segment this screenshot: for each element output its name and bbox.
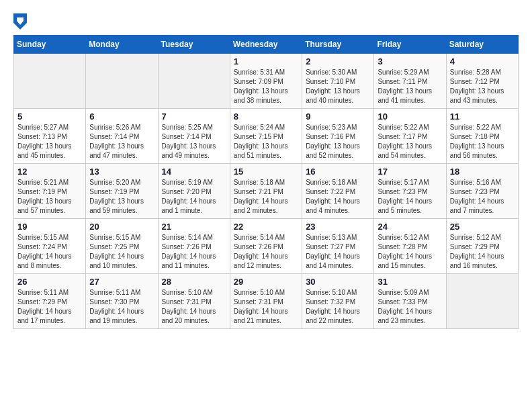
calendar-cell: 10Sunrise: 5:22 AM Sunset: 7:17 PM Dayli… (374, 109, 446, 164)
calendar-week-3: 12Sunrise: 5:21 AM Sunset: 7:19 PM Dayli… (14, 164, 519, 219)
day-number: 4 (450, 56, 515, 66)
day-number: 15 (234, 167, 298, 177)
calendar-cell: 18Sunrise: 5:16 AM Sunset: 7:23 PM Dayli… (446, 164, 518, 219)
cell-content: Sunrise: 5:10 AM Sunset: 7:32 PM Dayligh… (306, 288, 370, 326)
cell-content: Sunrise: 5:15 AM Sunset: 7:25 PM Dayligh… (89, 233, 154, 271)
cell-content: Sunrise: 5:09 AM Sunset: 7:33 PM Dayligh… (378, 288, 442, 326)
logo (13, 13, 30, 30)
cell-content: Sunrise: 5:12 AM Sunset: 7:29 PM Dayligh… (450, 233, 515, 271)
cell-content: Sunrise: 5:11 AM Sunset: 7:30 PM Dayligh… (89, 288, 154, 326)
calendar-cell: 11Sunrise: 5:22 AM Sunset: 7:18 PM Dayli… (446, 109, 518, 164)
cell-content: Sunrise: 5:16 AM Sunset: 7:23 PM Dayligh… (450, 178, 515, 216)
day-header-wednesday: Wednesday (230, 36, 302, 54)
day-number: 3 (378, 56, 442, 66)
calendar-table: SundayMondayTuesdayWednesdayThursdayFrid… (13, 35, 519, 329)
day-number: 14 (162, 167, 226, 177)
calendar-cell: 31Sunrise: 5:09 AM Sunset: 7:33 PM Dayli… (374, 274, 446, 329)
day-number: 22 (234, 222, 298, 232)
cell-content: Sunrise: 5:28 AM Sunset: 7:12 PM Dayligh… (450, 68, 515, 105)
calendar-cell: 9Sunrise: 5:23 AM Sunset: 7:16 PM Daylig… (302, 109, 374, 164)
page-header (13, 13, 519, 30)
day-number: 5 (17, 111, 82, 122)
day-number: 8 (234, 111, 298, 122)
calendar-cell: 30Sunrise: 5:10 AM Sunset: 7:32 PM Dayli… (302, 274, 374, 329)
day-number: 31 (378, 277, 442, 287)
calendar-cell: 2Sunrise: 5:30 AM Sunset: 7:10 PM Daylig… (302, 54, 374, 109)
calendar-cell (14, 54, 86, 109)
cell-content: Sunrise: 5:22 AM Sunset: 7:18 PM Dayligh… (450, 123, 515, 161)
cell-content: Sunrise: 5:27 AM Sunset: 7:13 PM Dayligh… (17, 123, 82, 161)
calendar-cell: 5Sunrise: 5:27 AM Sunset: 7:13 PM Daylig… (14, 109, 86, 164)
calendar-cell: 19Sunrise: 5:15 AM Sunset: 7:24 PM Dayli… (14, 219, 86, 274)
day-number: 23 (306, 222, 370, 232)
cell-content: Sunrise: 5:19 AM Sunset: 7:20 PM Dayligh… (162, 178, 226, 216)
calendar-cell (446, 274, 518, 329)
cell-content: Sunrise: 5:13 AM Sunset: 7:27 PM Dayligh… (306, 233, 370, 271)
calendar-cell: 1Sunrise: 5:31 AM Sunset: 7:09 PM Daylig… (230, 54, 302, 109)
calendar-cell (86, 54, 158, 109)
day-number: 9 (306, 111, 370, 122)
day-number: 12 (17, 167, 82, 177)
cell-content: Sunrise: 5:31 AM Sunset: 7:09 PM Dayligh… (234, 68, 298, 105)
cell-content: Sunrise: 5:30 AM Sunset: 7:10 PM Dayligh… (306, 68, 370, 105)
calendar-cell: 22Sunrise: 5:14 AM Sunset: 7:26 PM Dayli… (230, 219, 302, 274)
cell-content: Sunrise: 5:25 AM Sunset: 7:14 PM Dayligh… (162, 123, 226, 161)
calendar-cell: 28Sunrise: 5:10 AM Sunset: 7:31 PM Dayli… (158, 274, 230, 329)
day-number: 2 (306, 56, 370, 66)
day-header-saturday: Saturday (446, 36, 518, 54)
calendar-cell: 4Sunrise: 5:28 AM Sunset: 7:12 PM Daylig… (446, 54, 518, 109)
day-header-sunday: Sunday (14, 36, 86, 54)
calendar-cell: 15Sunrise: 5:18 AM Sunset: 7:21 PM Dayli… (230, 164, 302, 219)
day-number: 7 (162, 111, 226, 122)
cell-content: Sunrise: 5:12 AM Sunset: 7:28 PM Dayligh… (378, 233, 442, 271)
day-number: 19 (17, 222, 82, 232)
day-number: 20 (89, 222, 154, 232)
cell-content: Sunrise: 5:14 AM Sunset: 7:26 PM Dayligh… (162, 233, 226, 271)
calendar-cell: 13Sunrise: 5:20 AM Sunset: 7:19 PM Dayli… (86, 164, 158, 219)
day-number: 11 (450, 111, 515, 122)
day-number: 21 (162, 222, 226, 232)
day-number: 29 (234, 277, 298, 287)
cell-content: Sunrise: 5:21 AM Sunset: 7:19 PM Dayligh… (17, 178, 82, 216)
calendar-header-row: SundayMondayTuesdayWednesdayThursdayFrid… (14, 36, 519, 54)
cell-content: Sunrise: 5:18 AM Sunset: 7:22 PM Dayligh… (306, 178, 370, 216)
calendar-cell: 7Sunrise: 5:25 AM Sunset: 7:14 PM Daylig… (158, 109, 230, 164)
calendar-cell: 23Sunrise: 5:13 AM Sunset: 7:27 PM Dayli… (302, 219, 374, 274)
cell-content: Sunrise: 5:11 AM Sunset: 7:29 PM Dayligh… (17, 288, 82, 326)
day-number: 28 (162, 277, 226, 287)
calendar-week-5: 26Sunrise: 5:11 AM Sunset: 7:29 PM Dayli… (14, 274, 519, 329)
cell-content: Sunrise: 5:20 AM Sunset: 7:19 PM Dayligh… (89, 178, 154, 216)
day-header-monday: Monday (86, 36, 158, 54)
day-number: 30 (306, 277, 370, 287)
calendar-cell: 20Sunrise: 5:15 AM Sunset: 7:25 PM Dayli… (86, 219, 158, 274)
calendar-cell: 24Sunrise: 5:12 AM Sunset: 7:28 PM Dayli… (374, 219, 446, 274)
day-number: 16 (306, 167, 370, 177)
calendar-week-2: 5Sunrise: 5:27 AM Sunset: 7:13 PM Daylig… (14, 109, 519, 164)
calendar-cell: 12Sunrise: 5:21 AM Sunset: 7:19 PM Dayli… (14, 164, 86, 219)
cell-content: Sunrise: 5:22 AM Sunset: 7:17 PM Dayligh… (378, 123, 442, 161)
calendar-cell: 16Sunrise: 5:18 AM Sunset: 7:22 PM Dayli… (302, 164, 374, 219)
cell-content: Sunrise: 5:26 AM Sunset: 7:14 PM Dayligh… (89, 123, 154, 161)
calendar-cell (158, 54, 230, 109)
cell-content: Sunrise: 5:24 AM Sunset: 7:15 PM Dayligh… (234, 123, 298, 161)
day-header-thursday: Thursday (302, 36, 374, 54)
cell-content: Sunrise: 5:23 AM Sunset: 7:16 PM Dayligh… (306, 123, 370, 161)
calendar-cell: 25Sunrise: 5:12 AM Sunset: 7:29 PM Dayli… (446, 219, 518, 274)
logo-icon (13, 13, 27, 30)
calendar-cell: 3Sunrise: 5:29 AM Sunset: 7:11 PM Daylig… (374, 54, 446, 109)
calendar-cell: 8Sunrise: 5:24 AM Sunset: 7:15 PM Daylig… (230, 109, 302, 164)
day-number: 26 (17, 277, 82, 287)
day-number: 17 (378, 167, 442, 177)
cell-content: Sunrise: 5:29 AM Sunset: 7:11 PM Dayligh… (378, 68, 442, 105)
day-number: 24 (378, 222, 442, 232)
day-number: 18 (450, 167, 515, 177)
calendar-cell: 17Sunrise: 5:17 AM Sunset: 7:23 PM Dayli… (374, 164, 446, 219)
day-number: 13 (89, 167, 154, 177)
calendar-cell: 14Sunrise: 5:19 AM Sunset: 7:20 PM Dayli… (158, 164, 230, 219)
day-number: 6 (89, 111, 154, 122)
cell-content: Sunrise: 5:18 AM Sunset: 7:21 PM Dayligh… (234, 178, 298, 216)
calendar-cell: 26Sunrise: 5:11 AM Sunset: 7:29 PM Dayli… (14, 274, 86, 329)
day-number: 25 (450, 222, 515, 232)
day-number: 27 (89, 277, 154, 287)
calendar-week-1: 1Sunrise: 5:31 AM Sunset: 7:09 PM Daylig… (14, 54, 519, 109)
